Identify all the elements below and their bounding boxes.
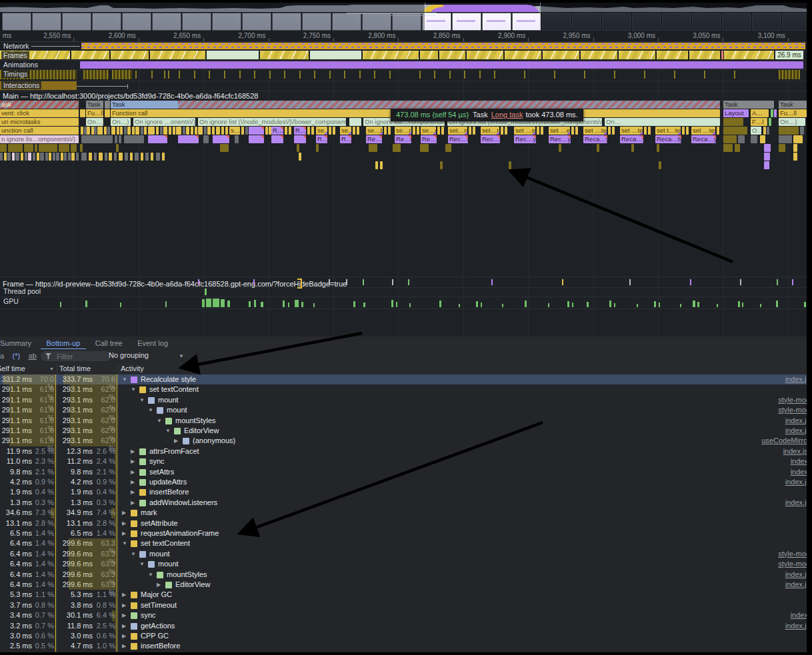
- flame-bar-fragment[interactable]: [644, 127, 647, 135]
- flame-bar[interactable]: n ignore lis…omponents\/): [0, 135, 79, 143]
- flame-bar-fragment[interactable]: [114, 153, 117, 161]
- gpu-activity-bar[interactable]: [409, 303, 411, 307]
- flame-bar[interactable]: F…l: [751, 118, 767, 126]
- track-frames[interactable]: 26.9 ms Frames: [0, 51, 807, 61]
- filter-input-container[interactable]: [41, 351, 111, 361]
- flame-bar-fragment[interactable]: [178, 135, 199, 143]
- flame-bar-fragment[interactable]: [145, 153, 149, 161]
- flame-bar-fragment[interactable]: [49, 153, 51, 161]
- frame-block[interactable]: [363, 51, 419, 59]
- frame-event-tick[interactable]: [629, 279, 631, 285]
- gpu-activity-bar[interactable]: [288, 303, 289, 307]
- thread-pool-bar[interactable]: [205, 289, 207, 295]
- header-activity[interactable]: Activity: [121, 364, 144, 372]
- flame-bar-fragment[interactable]: [132, 127, 135, 135]
- frame-block[interactable]: [619, 51, 655, 59]
- table-row[interactable]: 11.0 ms2.3 %11.2 ms2.4 %▶syncindex.: [0, 456, 807, 466]
- table-row[interactable]: 5.3 ms1.1 %5.3 ms1.1 %▶Major GC: [0, 590, 807, 600]
- timing-marker[interactable]: [674, 71, 675, 79]
- flame-bar-fragment[interactable]: [94, 127, 97, 135]
- gpu-activity-bar[interactable]: [609, 301, 611, 307]
- filmstrip-thumbnail[interactable]: [452, 13, 481, 31]
- flame-bar-fragment[interactable]: [220, 144, 229, 152]
- flame-bar-fragment[interactable]: [779, 127, 799, 135]
- frame-event-tick[interactable]: [690, 279, 691, 285]
- gpu-activity-bar[interactable]: [654, 301, 656, 307]
- flame-bar-fragment[interactable]: [141, 153, 143, 161]
- flame-bar-fragment[interactable]: [437, 127, 440, 135]
- tree-collapsed-icon[interactable]: ▶: [157, 582, 161, 588]
- frame-block[interactable]: [207, 51, 259, 59]
- flame-bar[interactable]: Task: [723, 101, 774, 109]
- timing-marker[interactable]: [168, 71, 169, 79]
- gpu-activity-bar[interactable]: [587, 302, 589, 307]
- network-request-bar[interactable]: [81, 43, 805, 49]
- flame-bar[interactable]: Re…le: [395, 135, 411, 143]
- flame-bar[interactable]: Layout: [723, 109, 749, 117]
- flame-bar-fragment[interactable]: [81, 153, 87, 161]
- timing-marker-cluster[interactable]: [779, 70, 800, 79]
- tree-collapsed-icon[interactable]: ▶: [122, 592, 126, 598]
- flame-bar[interactable]: set …tent: [620, 127, 643, 135]
- grouping-select[interactable]: No grouping: [109, 351, 189, 359]
- flame-bar-fragment[interactable]: [141, 127, 143, 135]
- source-link[interactable]: index.js: [785, 426, 807, 434]
- flame-bar-fragment[interactable]: [285, 127, 287, 135]
- table-row[interactable]: 6.4 ms1.4 %299.6 ms63.3 %▶EditorViewinde…: [0, 580, 807, 590]
- frame-event-tick[interactable]: [562, 279, 563, 285]
- flame-bar-fragment[interactable]: [87, 127, 90, 135]
- flame-bar-fragment[interactable]: [612, 127, 615, 135]
- flame-bar-fragment[interactable]: [178, 101, 720, 109]
- flame-bar[interactable]: unction call: [0, 127, 79, 135]
- flame-bar-fragment[interactable]: [738, 135, 745, 143]
- tree-collapsed-icon[interactable]: ▶: [174, 438, 178, 444]
- table-row[interactable]: 291.1 ms61.6 %293.1 ms62.0 %▼mountstyle-…: [0, 395, 807, 405]
- flame-bar-fragment[interactable]: [793, 135, 803, 143]
- flame-bar-fragment[interactable]: [771, 109, 773, 117]
- sort-descending-icon[interactable]: ▼: [49, 366, 54, 371]
- flame-bar-fragment[interactable]: [56, 153, 59, 161]
- flame-bar-fragment[interactable]: [127, 127, 131, 135]
- flame-bar-fragment[interactable]: [25, 153, 27, 161]
- gpu-activity-bar[interactable]: [363, 303, 365, 307]
- source-link[interactable]: index.js: [785, 498, 807, 506]
- animation-bar[interactable]: [80, 61, 803, 69]
- frame-block[interactable]: [260, 51, 309, 59]
- frame-event-tick[interactable]: [392, 279, 393, 285]
- flame-bar-fragment[interactable]: [764, 153, 770, 161]
- source-link[interactable]: style-mod: [778, 550, 807, 558]
- table-row[interactable]: 13.1 ms2.8 %13.1 ms2.8 %▶setAttribute: [0, 518, 807, 528]
- flame-bar-fragment[interactable]: [793, 144, 797, 152]
- tree-collapsed-icon[interactable]: ▶: [131, 489, 135, 495]
- flame-bar[interactable]: ask: [0, 101, 79, 109]
- flame-bar-fragment[interactable]: [160, 127, 163, 135]
- gpu-activity-bar[interactable]: [295, 300, 299, 307]
- track-gpu[interactable]: GPU: [0, 297, 807, 309]
- table-row[interactable]: 3.0 ms0.6 %3.0 ms0.6 %▶CPP GC: [0, 631, 807, 641]
- flame-bar-fragment[interactable]: [541, 127, 543, 135]
- flame-bar[interactable]: Reca…yle: [583, 135, 607, 143]
- frame-block[interactable]: [71, 51, 109, 59]
- tree-collapsed-icon[interactable]: ▶: [122, 510, 126, 516]
- table-row[interactable]: 291.1 ms61.6 %293.1 ms62.0 %▼mountStyles…: [0, 416, 807, 426]
- flame-bar-fragment[interactable]: [597, 144, 599, 152]
- timing-marker[interactable]: [151, 71, 153, 79]
- flame-bar-fragment[interactable]: [203, 135, 209, 143]
- tree-collapsed-icon[interactable]: ▶: [122, 633, 126, 639]
- tree-expanded-icon[interactable]: ▼: [148, 572, 153, 578]
- tree-expanded-icon[interactable]: ▼: [131, 551, 136, 557]
- flame-bar-fragment[interactable]: [53, 153, 55, 161]
- flame-bar-fragment[interactable]: [35, 144, 37, 152]
- flame-bar[interactable]: set t…tent: [655, 127, 681, 135]
- gpu-activity-bar[interactable]: [85, 301, 87, 307]
- flame-bar-fragment[interactable]: [225, 127, 228, 135]
- flame-bar-fragment[interactable]: [176, 127, 181, 135]
- flame-bar-fragment[interactable]: [249, 135, 264, 143]
- flame-bar-fragment[interactable]: [33, 153, 35, 161]
- frame-event-tick[interactable]: [253, 279, 255, 285]
- flame-bar-fragment[interactable]: [116, 144, 119, 152]
- frame-block[interactable]: [657, 51, 688, 59]
- flame-bar-fragment[interactable]: [307, 127, 310, 135]
- flame-bar-fragment[interactable]: [204, 127, 207, 135]
- track-animations-label[interactable]: Animations: [1, 61, 40, 69]
